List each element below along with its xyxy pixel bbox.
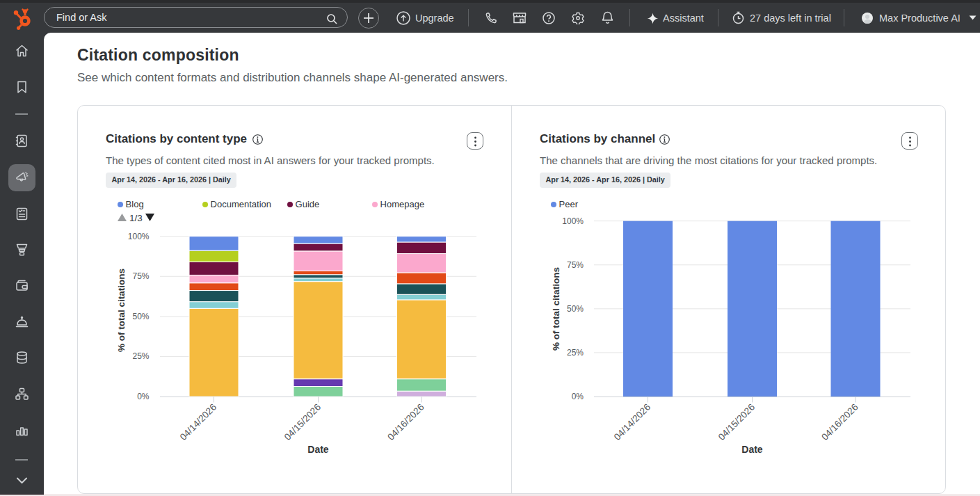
svg-text:% of total citations: % of total citations (551, 267, 561, 351)
svg-text:Date: Date (307, 444, 329, 455)
svg-text:04/14/2026: 04/14/2026 (178, 402, 218, 442)
svg-text:04/16/2026: 04/16/2026 (385, 402, 426, 442)
svg-text:Date: Date (741, 444, 763, 455)
svg-text:0%: 0% (572, 392, 584, 401)
svg-text:04/14/2026: 04/14/2026 (612, 402, 652, 442)
svg-text:25%: 25% (567, 348, 584, 358)
svg-text:75%: 75% (567, 260, 584, 270)
svg-text:50%: 50% (132, 312, 149, 321)
svg-text:100%: 100% (128, 232, 150, 241)
svg-text:% of total citations: % of total citations (116, 269, 127, 352)
svg-text:50%: 50% (567, 304, 584, 314)
svg-text:100%: 100% (562, 216, 584, 226)
svg-text:25%: 25% (132, 351, 149, 361)
svg-text:04/15/2026: 04/15/2026 (282, 402, 323, 442)
svg-text:75%: 75% (132, 271, 149, 281)
svg-text:0%: 0% (137, 392, 150, 401)
svg-text:04/15/2026: 04/15/2026 (716, 402, 757, 442)
svg-text:04/16/2026: 04/16/2026 (819, 402, 860, 442)
